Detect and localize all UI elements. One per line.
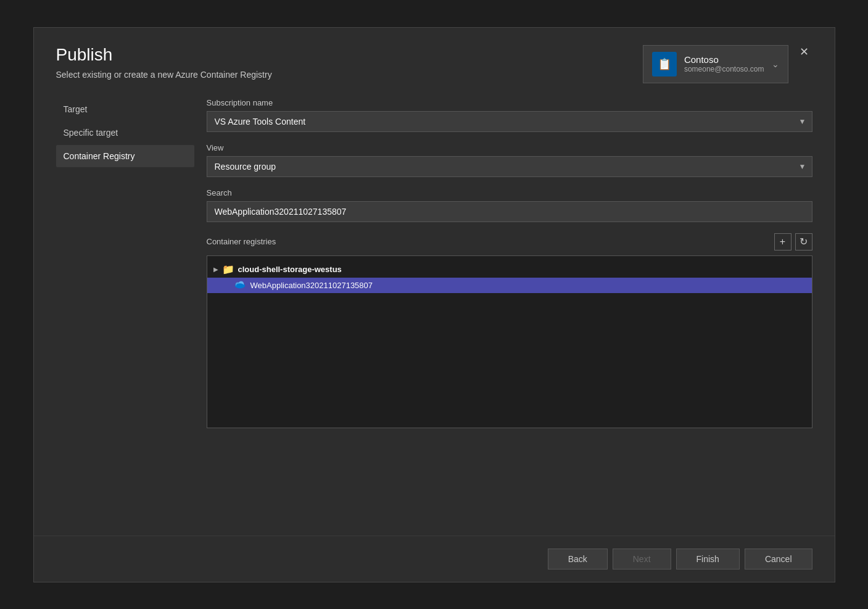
search-label: Search bbox=[207, 188, 812, 197]
view-select[interactable]: Resource group bbox=[207, 156, 812, 177]
subscription-select[interactable]: VS Azure Tools Content bbox=[207, 111, 812, 132]
subscription-field-group: Subscription name VS Azure Tools Content… bbox=[207, 98, 812, 132]
refresh-button[interactable]: ↻ bbox=[795, 233, 812, 251]
tree-item-label: WebApplication320211027135807 bbox=[250, 281, 373, 290]
chevron-down-icon: ⌄ bbox=[772, 59, 779, 69]
account-icon: 📋 bbox=[652, 52, 677, 77]
account-info: Contoso someone@contoso.com bbox=[684, 54, 764, 73]
dialog-subtitle: Select existing or create a new Azure Co… bbox=[56, 70, 272, 80]
subscription-label: Subscription name bbox=[207, 98, 812, 107]
search-field-group: Search bbox=[207, 188, 812, 222]
registries-actions: + ↻ bbox=[774, 233, 812, 251]
plus-icon: + bbox=[780, 236, 785, 247]
registries-header: Container registries + ↻ bbox=[207, 233, 812, 251]
subscription-select-wrapper: VS Azure Tools Content ▼ bbox=[207, 111, 812, 132]
refresh-icon: ↻ bbox=[800, 236, 808, 247]
registries-label: Container registries bbox=[207, 237, 276, 246]
search-input[interactable] bbox=[207, 201, 812, 222]
sidebar-item-label: Container Registry bbox=[64, 151, 135, 161]
back-button[interactable]: Back bbox=[548, 549, 608, 570]
folder-icon: 📁 bbox=[222, 263, 234, 275]
tree-item-webapp[interactable]: WebApplication320211027135807 bbox=[207, 278, 812, 293]
publish-dialog: Publish Select existing or create a new … bbox=[33, 27, 835, 582]
dialog-title: Publish bbox=[56, 45, 272, 65]
title-area: Publish Select existing or create a new … bbox=[56, 45, 272, 80]
sidebar-item-target[interactable]: Target bbox=[56, 98, 194, 120]
svg-point-3 bbox=[236, 283, 244, 288]
view-label: View bbox=[207, 143, 812, 152]
view-field-group: View Resource group ▼ bbox=[207, 143, 812, 177]
close-button[interactable]: ✕ bbox=[796, 45, 812, 59]
sidebar-item-label: Specific target bbox=[64, 128, 118, 138]
next-button[interactable]: Next bbox=[613, 549, 671, 570]
sidebar-item-specific-target[interactable]: Specific target bbox=[56, 122, 194, 144]
main-content: Subscription name VS Azure Tools Content… bbox=[194, 98, 835, 536]
sidebar-item-container-registry[interactable]: Container Registry bbox=[56, 145, 194, 167]
cancel-button[interactable]: Cancel bbox=[745, 549, 812, 570]
chevron-right-icon: ▶ bbox=[213, 266, 218, 273]
dialog-header: Publish Select existing or create a new … bbox=[34, 28, 835, 83]
sidebar-item-label: Target bbox=[64, 104, 88, 114]
tree-group-name: cloud-shell-storage-westus bbox=[238, 265, 342, 274]
dialog-body: Target Specific target Container Registr… bbox=[34, 83, 835, 536]
tree-container: ▶ 📁 cloud-shell-storage-westus WebApplic… bbox=[207, 255, 812, 428]
add-registry-button[interactable]: + bbox=[774, 233, 792, 251]
sidebar: Target Specific target Container Registr… bbox=[34, 98, 194, 536]
cloud-icon bbox=[234, 281, 246, 289]
account-name: Contoso bbox=[684, 54, 764, 65]
account-email: someone@contoso.com bbox=[684, 65, 764, 73]
finish-button[interactable]: Finish bbox=[676, 549, 740, 570]
account-panel[interactable]: 📋 Contoso someone@contoso.com ⌄ bbox=[643, 45, 788, 83]
dialog-footer: Back Next Finish Cancel bbox=[34, 536, 835, 582]
tree-group-cloud-shell[interactable]: ▶ 📁 cloud-shell-storage-westus bbox=[207, 261, 812, 278]
view-select-wrapper: Resource group ▼ bbox=[207, 156, 812, 177]
